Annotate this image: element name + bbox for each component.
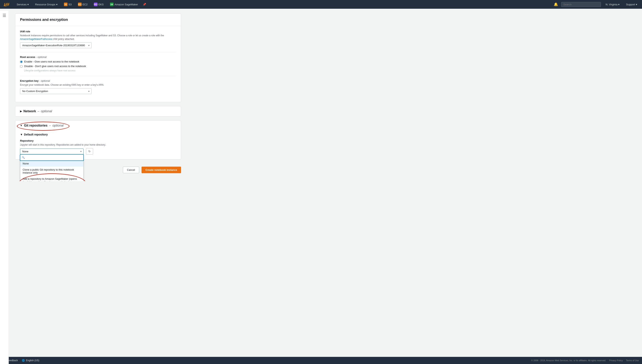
- refresh-icon: ↻: [88, 150, 91, 153]
- root-access-label: Root access - optional: [20, 56, 176, 58]
- s3-icon: S3: [64, 2, 68, 6]
- iam-role-select-wrapper: AmazonSageMaker-ExecutionRole-20190319T1…: [20, 42, 92, 48]
- repository-field-label: Repository: [20, 139, 176, 142]
- support-chevron-icon: ▾: [636, 3, 637, 6]
- disable-root-access-option: Disable - Don't give users root access t…: [20, 65, 176, 68]
- permissions-section: Permissions and encryption IAM role Note…: [15, 14, 181, 102]
- enable-root-radio[interactable]: [20, 60, 23, 63]
- disable-root-label: Disable - Don't give users root access t…: [24, 65, 86, 68]
- sagemaker-icon: SM: [110, 2, 114, 6]
- dropdown-search-wrapper: 🔍: [20, 154, 83, 160]
- git-expand-icon: ▼: [20, 124, 23, 127]
- encryption-select-wrapper: No Custom Encryption ▾: [20, 88, 92, 94]
- services-label: Services: [17, 3, 27, 6]
- sidebar: ☰: [0, 11, 9, 181]
- resource-groups-chevron-icon: ▾: [56, 3, 58, 6]
- region-label: N. Virginia: [606, 3, 617, 6]
- default-repository-subsection: ▼ Default repository Repository Jupyter …: [15, 130, 181, 159]
- cancel-button[interactable]: Cancel: [123, 167, 139, 173]
- lifecycle-note: Lifecycle configurations always have roo…: [24, 69, 176, 72]
- support-menu[interactable]: Support ▾: [624, 2, 639, 7]
- eks-label: EKS: [99, 3, 104, 6]
- repository-dropdown-menu: 🔍 None Clone a public Git repository to …: [20, 154, 84, 181]
- sagemaker-label: Amazon SageMaker: [115, 3, 138, 6]
- disable-root-radio[interactable]: [20, 65, 23, 68]
- repo-select-arrow-icon: ▾: [80, 150, 82, 153]
- top-navigation: Services ▾ Resource Groups ▾ S3 S3 EC2 E…: [0, 0, 642, 9]
- network-expand-icon: ▶: [20, 110, 22, 113]
- resource-groups-label: Resource Groups: [35, 3, 55, 6]
- network-section-header[interactable]: ▶ Network – optional: [15, 106, 181, 116]
- ec2-nav-link[interactable]: EC2 EC2: [76, 2, 89, 7]
- network-optional-label: optional: [41, 110, 52, 113]
- sagemaker-nav-link[interactable]: SM Amazon SageMaker: [108, 2, 140, 7]
- services-chevron-icon: ▾: [27, 3, 29, 6]
- s3-label: S3: [69, 3, 72, 6]
- git-repositories-section: ▼ Git repositories – optional ▼ Default …: [15, 120, 181, 160]
- ec2-icon: EC2: [78, 2, 82, 6]
- sidebar-toggle-button[interactable]: ☰: [3, 13, 6, 18]
- git-optional-label: optional: [52, 124, 64, 127]
- main-content: Permissions and encryption IAM role Note…: [9, 9, 187, 181]
- dropdown-search-input[interactable]: [20, 154, 83, 160]
- root-access-radio-group: Enable - Give users root access to the n…: [20, 60, 176, 72]
- enable-root-access-option: Enable - Give users root access to the n…: [20, 60, 176, 63]
- eks-icon: EKS: [94, 2, 98, 6]
- permissions-section-body: IAM role Notebook instances require perm…: [15, 26, 181, 102]
- network-title: Network: [24, 110, 36, 113]
- repository-selected-value: None: [22, 150, 28, 153]
- services-menu[interactable]: Services ▾: [15, 2, 30, 7]
- permissions-title-text: Permissions and encryption: [20, 18, 68, 22]
- default-repo-label: Default repository: [24, 133, 48, 136]
- region-chevron-icon: ▾: [618, 3, 619, 6]
- dropdown-option-add-repo[interactable]: Add a repository to Amazon SageMaker (op…: [20, 176, 83, 181]
- default-repository-header: ▼ Default repository: [20, 133, 176, 136]
- repository-field-desc: Jupyter will start in this repository. R…: [20, 143, 176, 146]
- encryption-select[interactable]: No Custom Encryption: [20, 88, 92, 94]
- create-notebook-button[interactable]: Create notebook instance: [142, 167, 181, 173]
- ec2-label: EC2: [83, 3, 88, 6]
- enable-root-label: Enable - Give users root access to the n…: [24, 60, 79, 63]
- pin-icon[interactable]: 📌: [143, 3, 146, 6]
- dropdown-option-clone-public[interactable]: Clone a public Git repository to this no…: [20, 167, 83, 176]
- repository-select-display[interactable]: None: [20, 148, 84, 154]
- git-section-header[interactable]: ▼ Git repositories – optional: [15, 120, 181, 130]
- iam-role-select[interactable]: AmazonSageMaker-ExecutionRole-20190319T1…: [20, 42, 92, 48]
- network-section: ▶ Network – optional: [15, 106, 181, 116]
- dropdown-option-none[interactable]: None: [20, 160, 83, 167]
- notification-bell[interactable]: 🔔: [554, 2, 558, 6]
- iam-role-description: Notebook instances require permissions t…: [20, 34, 176, 41]
- refresh-button[interactable]: ↻: [86, 148, 93, 154]
- encryption-key-field: Encryption key - optional Encrypt your n…: [20, 79, 176, 94]
- default-repo-expand-icon: ▼: [20, 133, 23, 136]
- repository-select-wrapper: None ▾ 🔍 None Clone a public Git: [20, 148, 84, 154]
- aws-logo[interactable]: [3, 2, 10, 7]
- resource-groups-menu[interactable]: Resource Groups ▾: [34, 2, 59, 7]
- iam-role-field: IAM role Notebook instances require perm…: [20, 30, 176, 48]
- nav-search-input[interactable]: [561, 2, 601, 7]
- repository-row: None ▾ 🔍 None Clone a public Git: [20, 148, 176, 154]
- permissions-section-title: Permissions and encryption: [15, 14, 181, 26]
- git-title: Git repositories: [24, 124, 48, 127]
- encryption-desc: Encrypt your notebook data. Choose an ex…: [20, 83, 176, 87]
- root-access-field: Root access - optional Enable - Give use…: [20, 56, 176, 72]
- iam-full-access-link[interactable]: AmazonSageMakerFullAccess: [20, 38, 52, 40]
- region-selector[interactable]: N. Virginia ▾: [604, 2, 621, 7]
- eks-nav-link[interactable]: EKS EKS: [92, 2, 105, 7]
- support-label: Support: [626, 3, 635, 6]
- encryption-key-label: Encryption key - optional: [20, 79, 176, 82]
- s3-nav-link[interactable]: S3 S3: [62, 2, 73, 7]
- iam-role-label: IAM role: [20, 30, 176, 33]
